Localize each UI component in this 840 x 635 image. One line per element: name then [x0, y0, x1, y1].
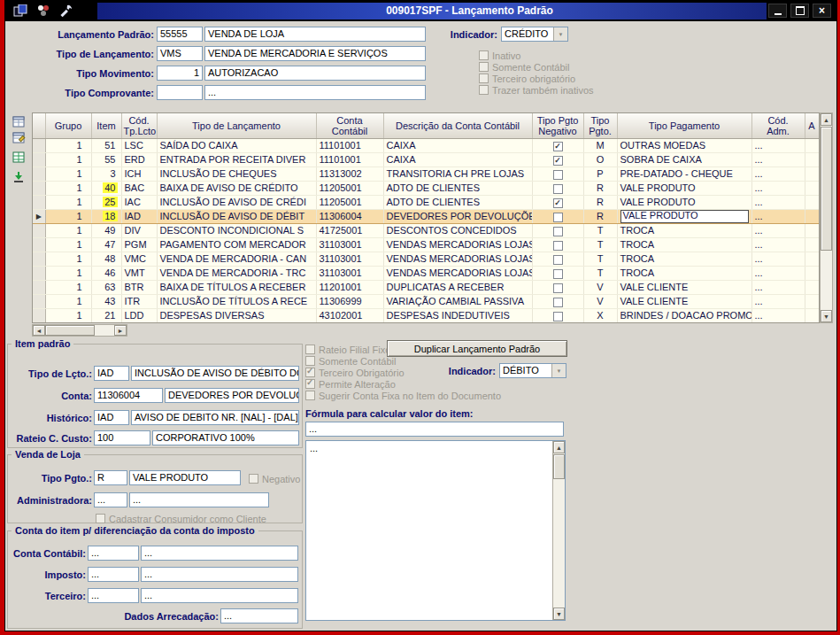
cell-tipo-pgto-negativo[interactable]: ✓ — [532, 153, 583, 167]
cell-extra[interactable] — [805, 281, 819, 295]
checkbox-terceiro-obrigatorio-item[interactable]: ✓ Terceiro Obrigatório — [305, 367, 405, 378]
cell-cod-tplcto[interactable]: ERD — [121, 153, 157, 167]
negativo-checkbox[interactable] — [553, 283, 563, 293]
cell-tipo-pgto[interactable]: R — [583, 210, 617, 224]
cell-tipo-pgto-negativo[interactable] — [532, 281, 583, 295]
rateio-filial-fixo-checkbox[interactable]: ✓ — [305, 345, 315, 354]
cell-extra[interactable] — [805, 224, 819, 238]
cell-item[interactable]: 47 — [91, 238, 121, 252]
grid-row[interactable]: 1 46 VMT VENDA DE MERCADORIA - TRC 31103… — [33, 267, 819, 281]
cell-tipo-pagamento[interactable]: VALE PRODUTO — [617, 182, 751, 196]
cell-tipo-lancamento[interactable]: BAIXA DE TÍTULOS A RECEBER — [157, 281, 316, 295]
tipo-movimento-code-input[interactable]: 1 — [157, 66, 203, 81]
cell-conta-contabil[interactable]: 11101001 — [316, 139, 383, 153]
scroll-right-button[interactable]: ► — [114, 325, 127, 336]
cell-grupo[interactable]: 1 — [45, 139, 91, 153]
cell-tipo-pagamento[interactable]: SOBRA DE CAIXA — [617, 153, 751, 167]
minimize-button[interactable] — [768, 4, 787, 18]
cell-tipo-pagamento[interactable]: VALE CLIENTE — [617, 281, 751, 295]
cell-grupo[interactable]: 1 — [45, 295, 91, 309]
export-excel-icon[interactable] — [11, 151, 27, 165]
cell-item[interactable]: 18 — [91, 210, 121, 224]
cell-tipo-pagamento[interactable]: PRE-DATADO - CHEQUE — [617, 167, 751, 182]
lancamento-padrao-code-input[interactable]: 55555 — [157, 27, 203, 42]
grid-row[interactable]: 1 47 PGM PAGAMENTO COM MERCADOR 31103001… — [33, 238, 819, 252]
scroll-left-button[interactable]: ◄ — [33, 325, 45, 336]
cell-tipo-lancamento[interactable]: INCLUSÃO DE AVISO DE DÉBIT — [157, 210, 316, 224]
negativo-checkbox[interactable] — [553, 255, 563, 265]
cell-tipo-pgto[interactable]: O — [583, 153, 617, 167]
vscroll-thumb[interactable] — [821, 127, 832, 251]
col-extra[interactable]: A — [805, 113, 819, 139]
inativo-checkbox[interactable]: ✓ — [479, 50, 489, 60]
col-grupo[interactable]: Grupo — [45, 113, 91, 139]
cell-tipo-pgto-negativo[interactable] — [532, 182, 583, 196]
grid-row[interactable]: 1 25 IAC INCLUSÃO DE AVISO DE CRÉDI 1120… — [33, 196, 819, 210]
cell-cod-adm[interactable]: ... — [751, 153, 805, 167]
cell-tipo-lancamento[interactable]: INCLUSÃO DE TÍTULOS A RECE — [157, 295, 316, 309]
cell-tipo-pgto[interactable]: T — [583, 238, 617, 252]
cell-extra[interactable] — [805, 295, 819, 309]
cell-descricao[interactable]: DEVEDORES POR DEVOLUÇÕES — [383, 210, 532, 224]
historico-desc-input[interactable]: AVISO DE DEBITO NR. [NAL] - [DAL] — [131, 410, 299, 425]
cell-item[interactable]: 63 — [91, 281, 121, 295]
cell-conta-contabil[interactable]: 11306999 — [316, 295, 383, 309]
cell-cod-tplcto[interactable]: DIV — [121, 224, 157, 238]
cell-grupo[interactable]: 1 — [45, 224, 91, 238]
cell-cod-tplcto[interactable]: ITR — [121, 295, 157, 309]
cell-descricao[interactable]: ADTO DE CLIENTES — [383, 196, 532, 210]
cell-cod-tplcto[interactable]: IAC — [121, 196, 157, 210]
cell-tipo-pgto-negativo[interactable]: ✓ — [532, 196, 583, 210]
grid-row[interactable]: 1 21 LDD DESPESAS DIVERSAS 43102001 DESP… — [33, 309, 819, 323]
terceiro-obrigatorio-item-checkbox[interactable]: ✓ — [305, 368, 315, 377]
cell-grupo[interactable]: 1 — [45, 252, 91, 267]
cell-extra[interactable] — [805, 153, 819, 167]
imposto-desc-input[interactable]: ... — [141, 567, 298, 582]
checkbox-cadastrar-consumidor[interactable]: ✓ Cadastrar Consumidor como Cliente — [96, 513, 266, 524]
cell-cod-adm[interactable]: ... — [751, 309, 805, 323]
col-descricao-conta[interactable]: Descrição da Conta Contábil — [383, 113, 532, 139]
cell-item[interactable]: 48 — [91, 252, 121, 267]
cell-conta-contabil[interactable]: 43102001 — [316, 309, 383, 323]
cell-extra[interactable] — [805, 196, 819, 210]
grid-row[interactable]: 1 49 DIV DESCONTO INCONDICIONAL S 417250… — [33, 224, 819, 238]
cell-cod-adm[interactable]: ... — [751, 196, 805, 210]
imposto-code-input[interactable]: ... — [88, 567, 139, 582]
tipo-lancamento-code-input[interactable]: VMS — [157, 46, 203, 61]
checkbox-permite-alteracao[interactable]: ✓ Permite Alteração — [305, 378, 396, 390]
cell-tipo-pgto[interactable]: X — [583, 309, 617, 323]
cell-tipo-lancamento[interactable]: VENDA DE MERCADORIA - TRC — [157, 267, 316, 281]
cell-tipo-pgto[interactable]: P — [583, 167, 617, 182]
cell-tipo-lancamento[interactable]: DESPESAS DIVERSAS — [157, 309, 316, 323]
conta-contabil-desc-input[interactable]: ... — [141, 546, 298, 561]
somente-contabil-item-checkbox[interactable]: ✓ — [305, 356, 315, 366]
cell-cod-adm[interactable]: ... — [751, 267, 805, 281]
cell-conta-contabil[interactable]: 11313002 — [316, 167, 383, 182]
checkbox-trazer-inativos[interactable]: ✓ Trazer também inativos — [479, 84, 594, 96]
cell-descricao[interactable]: ADTO DE CLIENTES — [383, 182, 532, 196]
negativo-checkbox[interactable]: ✓ — [553, 142, 563, 151]
cell-item[interactable]: 21 — [91, 309, 121, 323]
cell-tipo-pgto-negativo[interactable] — [532, 267, 583, 281]
cell-cod-adm[interactable]: ... — [751, 295, 805, 309]
grid-row[interactable]: 1 48 VMC VENDA DE MERCADORIA - CAN 31103… — [33, 252, 819, 267]
cell-tipo-pgto[interactable]: R — [583, 196, 617, 210]
conta-desc-input[interactable]: DEVEDORES POR DEVOLUÇÕES — [165, 388, 299, 403]
negativo-checkbox[interactable] — [553, 227, 563, 236]
form-export-icon[interactable] — [12, 4, 28, 18]
cell-grupo[interactable]: 1 — [45, 238, 91, 252]
conta-contabil-code-input[interactable]: ... — [88, 546, 139, 561]
checkbox-rateio-filial-fixo[interactable]: ✓ Rateio Filial Fixo — [305, 344, 390, 355]
cell-cod-tplcto[interactable]: LSC — [121, 139, 157, 153]
cell-item[interactable]: 3 — [91, 167, 121, 182]
cell-tipo-pgto-negativo[interactable] — [532, 210, 583, 224]
cell-extra[interactable] — [805, 309, 819, 323]
grid-row[interactable]: 1 43 ITR INCLUSÃO DE TÍTULOS A RECE 1130… — [33, 295, 819, 309]
grid-hscrollbar[interactable]: ◄ ► — [32, 324, 127, 337]
cell-tipo-lancamento[interactable]: BAIXA DE AVISO DE CRÉDITO — [157, 182, 316, 196]
cell-tipo-pagamento[interactable]: TROCA — [617, 267, 751, 281]
cell-extra[interactable] — [805, 210, 819, 224]
negativo-checkbox[interactable] — [553, 298, 563, 307]
cell-tipo-pagamento[interactable]: TROCA — [617, 238, 751, 252]
cell-cod-tplcto[interactable]: VMC — [121, 252, 157, 267]
